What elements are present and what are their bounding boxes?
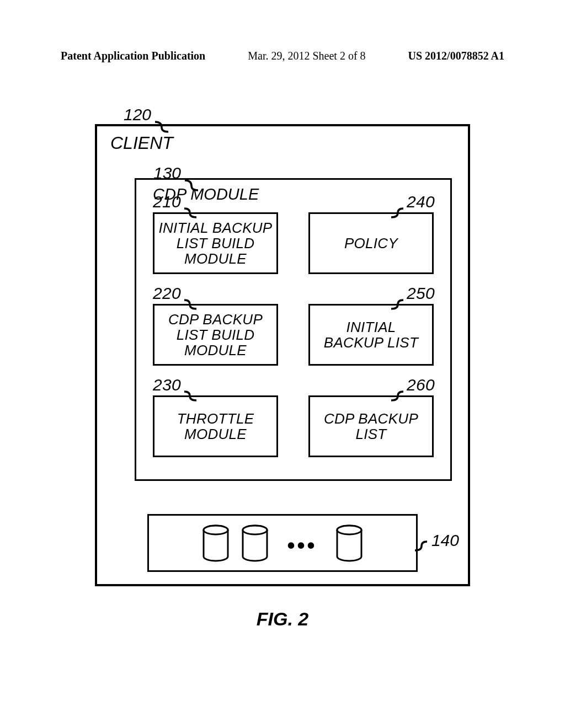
box-230: 230 THROTTLE MODULE (153, 395, 278, 457)
ref-140: 140 (431, 531, 459, 550)
cylinder-icon (239, 524, 270, 562)
cylinder-icon (334, 524, 365, 562)
box-260: 260 CDP BACKUP LIST (308, 395, 434, 457)
box-220-label: CDP BACKUP LIST BUILD MODULE (168, 312, 263, 358)
leader-240 (390, 207, 404, 218)
box-240-label: POLICY (344, 235, 398, 251)
ref-250: 250 (407, 285, 435, 302)
row-1: 210 INITIAL BACKUP LIST BUILD MODULE 240… (153, 212, 434, 274)
box-250: 250 INITIAL BACKUP LIST (308, 304, 434, 366)
cdp-module-label: CDP MODULE (153, 185, 434, 204)
box-250-label: INITIAL BACKUP LIST (324, 319, 418, 350)
svg-point-5 (337, 526, 361, 534)
ref-210: 210 (153, 193, 181, 211)
box-230-label: THROTTLE MODULE (177, 411, 254, 442)
ellipsis-icon: ••• (287, 533, 317, 558)
page-header: Patent Application Publication Mar. 29, … (61, 50, 504, 62)
leader-140 (414, 540, 428, 552)
ref-240: 240 (407, 193, 435, 211)
box-260-label: CDP BACKUP LIST (324, 411, 418, 442)
box-210: 210 INITIAL BACKUP LIST BUILD MODULE (153, 212, 278, 274)
box-240: 240 POLICY (308, 212, 434, 274)
client-box: CLIENT 130 CDP MODULE 210 INITIAL BACKUP… (95, 124, 470, 586)
ref-220: 220 (153, 285, 181, 302)
cylinder-icon (200, 524, 231, 562)
svg-point-3 (243, 526, 267, 534)
figure-caption: FIG. 2 (95, 608, 470, 630)
box-210-label: INITIAL BACKUP LIST BUILD MODULE (158, 220, 272, 266)
leader-260 (390, 390, 404, 402)
ref-260: 260 (407, 376, 435, 394)
diagram: 120 CLIENT 130 CDP MODULE 210 INITIAL BA… (95, 108, 470, 630)
box-220: 220 CDP BACKUP LIST BUILD MODULE (153, 304, 278, 366)
row-2: 220 CDP BACKUP LIST BUILD MODULE 250 INI… (153, 304, 434, 366)
leader-230 (183, 390, 198, 402)
header-left: Patent Application Publication (61, 50, 205, 62)
header-mid: Mar. 29, 2012 Sheet 2 of 8 (248, 50, 365, 62)
ref-120: 120 (124, 105, 151, 124)
ref-230: 230 (153, 376, 181, 394)
leader-250 (390, 299, 404, 310)
leader-220 (183, 299, 198, 310)
svg-point-1 (204, 526, 228, 534)
header-right: US 2012/0078852 A1 (408, 50, 504, 62)
leader-210 (183, 207, 198, 218)
client-label: CLIENT (110, 133, 458, 153)
storage-panel: ••• 140 (147, 514, 418, 572)
row-3: 230 THROTTLE MODULE 260 CDP BACKUP LIST (153, 395, 434, 457)
cdp-module-box: CDP MODULE 210 INITIAL BACKUP LIST BUILD… (135, 178, 452, 481)
